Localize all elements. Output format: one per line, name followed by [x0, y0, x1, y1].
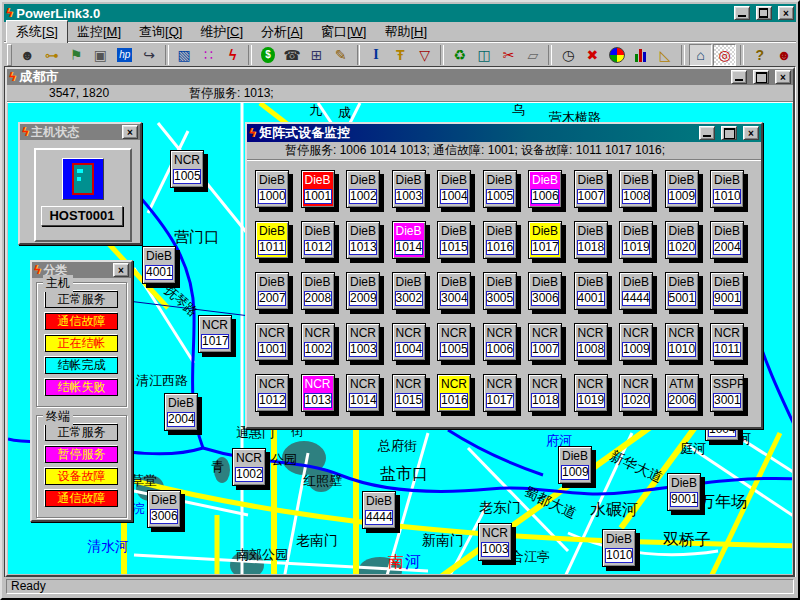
- device-ncr-1019[interactable]: NCR1019: [574, 374, 608, 412]
- map-close-button[interactable]: ×: [775, 70, 791, 84]
- device-dieb-4001[interactable]: DieB4001: [574, 272, 608, 310]
- construction-icon[interactable]: Ŧ: [389, 44, 412, 66]
- set-square-icon[interactable]: ◺: [654, 44, 677, 66]
- device-dieb-1019[interactable]: DieB1019: [619, 221, 653, 259]
- delete-x-icon[interactable]: ✖: [581, 44, 604, 66]
- eraser-icon[interactable]: ▱: [521, 44, 544, 66]
- brush-icon[interactable]: ✎: [329, 44, 352, 66]
- device-dieb-1013[interactable]: DieB1013: [346, 221, 380, 259]
- device-dieb-2004[interactable]: DieB2004: [164, 393, 198, 431]
- restore-button[interactable]: [756, 6, 772, 20]
- menu-maintain[interactable]: 维护[C]: [191, 21, 252, 43]
- cabinet-icon[interactable]: ◫: [473, 44, 496, 66]
- money-bag-icon[interactable]: $: [256, 44, 279, 66]
- device-dieb-4444[interactable]: DieB4444: [619, 272, 653, 310]
- device-dieb-1001[interactable]: DieB1001: [301, 170, 335, 208]
- device-ncr-1003[interactable]: NCR1003: [478, 523, 512, 561]
- map-minimize-button[interactable]: [731, 70, 747, 84]
- matrix-maximize-button[interactable]: [721, 126, 737, 140]
- device-dieb-1017[interactable]: DieB1017: [528, 221, 562, 259]
- phone-icon[interactable]: ☎: [281, 44, 304, 66]
- matrix-view-icon[interactable]: ∷: [197, 44, 220, 66]
- map-view-icon[interactable]: ▧: [173, 44, 196, 66]
- device-ncr-1012[interactable]: NCR1012: [255, 374, 289, 412]
- device-dieb-1003[interactable]: DieB1003: [392, 170, 426, 208]
- device-dieb-1009[interactable]: DieB1009: [558, 446, 592, 484]
- device-dieb-4001[interactable]: DieB4001: [142, 246, 176, 284]
- device-dieb-1018[interactable]: DieB1018: [574, 221, 608, 259]
- menu-query[interactable]: 查询[Q]: [130, 21, 191, 43]
- help-icon[interactable]: ?: [748, 44, 771, 66]
- lightning-icon[interactable]: ϟ: [221, 44, 244, 66]
- device-dieb-2009[interactable]: DieB2009: [346, 272, 380, 310]
- toolbar-grip[interactable]: [7, 44, 12, 66]
- find-user-icon[interactable]: ☻: [16, 44, 39, 66]
- device-dieb-1008[interactable]: DieB1008: [619, 170, 653, 208]
- device-ncr-1005[interactable]: NCR1005: [437, 323, 471, 361]
- device-dieb-1007[interactable]: DieB1007: [574, 170, 608, 208]
- device-ncr-1006[interactable]: NCR1006: [483, 323, 517, 361]
- device-ncr-1003[interactable]: NCR1003: [346, 323, 380, 361]
- menu-window[interactable]: 窗口[W]: [312, 21, 376, 43]
- target-monitor-icon[interactable]: ◎: [713, 44, 736, 66]
- host-computer-icon[interactable]: [62, 158, 104, 200]
- clock-icon[interactable]: ◷: [556, 44, 579, 66]
- matrix-close-button[interactable]: ×: [743, 126, 759, 140]
- filter-funnel-icon[interactable]: ▽: [413, 44, 436, 66]
- refresh-icon[interactable]: ♻: [448, 44, 471, 66]
- device-ncr-1015[interactable]: NCR1015: [392, 374, 426, 412]
- device-dieb-5001[interactable]: DieB5001: [665, 272, 699, 310]
- device-dieb-1005[interactable]: DieB1005: [483, 170, 517, 208]
- device-dieb-2008[interactable]: DieB2008: [301, 272, 335, 310]
- device-dieb-1014[interactable]: DieB1014: [392, 221, 426, 259]
- device-dieb-1002[interactable]: DieB1002: [346, 170, 380, 208]
- menu-help[interactable]: 帮助[H]: [375, 21, 436, 43]
- user-card-icon[interactable]: ☻: [773, 44, 796, 66]
- device-dieb-1009[interactable]: DieB1009: [665, 170, 699, 208]
- key-icon[interactable]: ⊶: [40, 44, 63, 66]
- print-icon[interactable]: ▣: [89, 44, 112, 66]
- device-dieb-3006[interactable]: DieB3006: [147, 490, 181, 528]
- device-ncr-1004[interactable]: NCR1004: [392, 323, 426, 361]
- matrix-minimize-button[interactable]: [699, 126, 715, 140]
- building-monitor-icon[interactable]: ⌂: [689, 44, 712, 66]
- device-atm-2006[interactable]: ATM2006: [665, 374, 699, 412]
- color-pie-icon[interactable]: [605, 44, 628, 66]
- flag-icon[interactable]: ⚑: [64, 44, 87, 66]
- hp-icon[interactable]: hp: [113, 44, 136, 66]
- exit-door-icon[interactable]: ↪: [137, 44, 160, 66]
- device-sspp-3001[interactable]: SSPP3001: [710, 374, 744, 412]
- device-dieb-1015[interactable]: DieB1015: [437, 221, 471, 259]
- device-dieb-1006[interactable]: DieB1006: [528, 170, 562, 208]
- device-ncr-1007[interactable]: NCR1007: [528, 323, 562, 361]
- device-ncr-1013[interactable]: NCR1013: [301, 374, 335, 412]
- device-ncr-1010[interactable]: NCR1010: [665, 323, 699, 361]
- device-ncr-1016[interactable]: NCR1016: [437, 374, 471, 412]
- device-dieb-1011[interactable]: DieB1011: [255, 221, 289, 259]
- bar-chart-icon[interactable]: [629, 44, 652, 66]
- device-dieb-3005[interactable]: DieB3005: [483, 272, 517, 310]
- device-ncr-1001[interactable]: NCR1001: [255, 323, 289, 361]
- device-dieb-4444[interactable]: DieB4444: [362, 491, 396, 529]
- cascade-icon[interactable]: ⊞: [305, 44, 328, 66]
- device-dieb-2007[interactable]: DieB2007: [255, 272, 289, 310]
- device-dieb-3004[interactable]: DieB3004: [437, 272, 471, 310]
- device-dieb-1010[interactable]: DieB1010: [602, 529, 636, 567]
- device-ncr-1011[interactable]: NCR1011: [710, 323, 744, 361]
- device-dieb-3002[interactable]: DieB3002: [392, 272, 426, 310]
- device-ncr-1017[interactable]: NCR1017: [483, 374, 517, 412]
- device-dieb-9001[interactable]: DieB9001: [667, 473, 701, 511]
- menu-monitor[interactable]: 监控[M]: [68, 21, 130, 43]
- device-dieb-1020[interactable]: DieB1020: [665, 221, 699, 259]
- legend-close-button[interactable]: ×: [113, 263, 129, 277]
- device-ncr-1005[interactable]: NCR1005: [170, 150, 204, 188]
- device-dieb-3006[interactable]: DieB3006: [528, 272, 562, 310]
- device-dieb-1010[interactable]: DieB1010: [710, 170, 744, 208]
- device-dieb-1016[interactable]: DieB1016: [483, 221, 517, 259]
- close-button[interactable]: ×: [778, 6, 794, 20]
- map-maximize-button[interactable]: [753, 70, 769, 84]
- device-dieb-9001[interactable]: DieB9001: [710, 272, 744, 310]
- device-ncr-1017[interactable]: NCR1017: [198, 315, 232, 353]
- host-close-button[interactable]: ×: [122, 125, 138, 139]
- pillar-icon[interactable]: I: [364, 44, 387, 66]
